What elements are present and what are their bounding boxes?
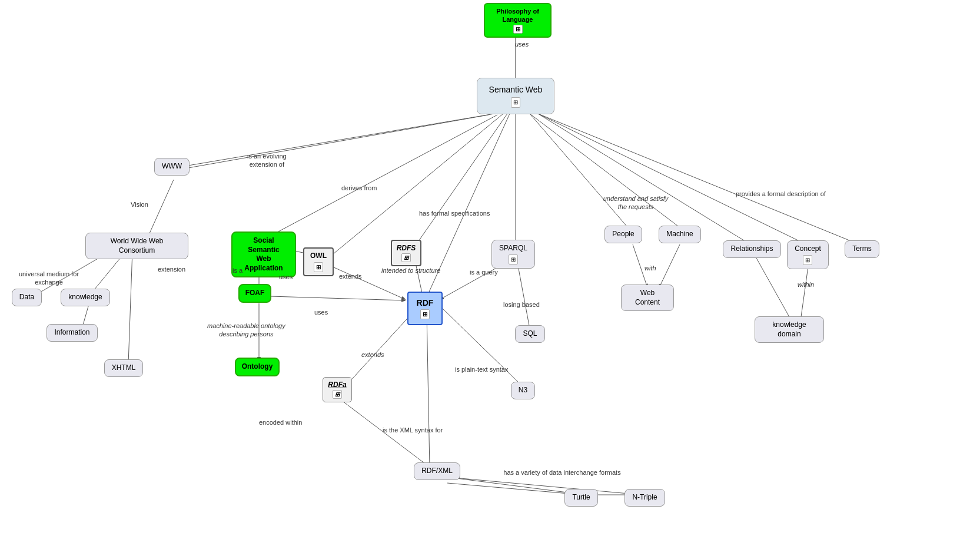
machine-label: Machine	[666, 230, 693, 238]
svg-line-28	[447, 477, 642, 495]
relationships-node[interactable]: Relationships	[721, 240, 783, 258]
extends2-label: extends	[361, 350, 384, 359]
rdfa-node[interactable]: RDFa ⊞	[317, 377, 358, 402]
information-box: Information	[46, 324, 97, 342]
uses1-label: uses	[515, 40, 529, 48]
sparql-box: SPARQL ⊞	[491, 240, 535, 269]
xhtml-box: XHTML	[104, 359, 144, 377]
svg-line-32	[659, 244, 680, 287]
extension-label: extension	[158, 265, 185, 273]
rdf-node[interactable]: RDF ⊞	[396, 292, 454, 325]
sql-label: SQL	[523, 329, 537, 338]
svg-line-13	[331, 266, 405, 299]
ntriple-node[interactable]: N-Triple	[623, 489, 667, 507]
turtle-label: Turtle	[572, 493, 590, 501]
philosophy-icon: ⊞	[513, 25, 523, 34]
semantic-icon: ⊞	[511, 97, 520, 108]
rdf-label: RDF	[417, 298, 434, 307]
extends1-label: extends	[339, 272, 362, 280]
owl-icon: ⊞	[314, 262, 323, 272]
svg-line-31	[633, 244, 647, 287]
people-box: People	[604, 226, 642, 243]
rdfxml-label: RDF/XML	[421, 467, 453, 475]
data-box: Data	[12, 289, 42, 306]
sql-node[interactable]: SQL	[514, 325, 546, 343]
rdf-box: RDF ⊞	[407, 292, 443, 325]
philosophy-of-language-node[interactable]: Philosophy of Language ⊞	[484, 3, 552, 38]
intended-to-structure-label: intended to structure	[381, 266, 440, 275]
vision-label: Vision	[131, 200, 148, 209]
uses3-label: uses	[314, 308, 328, 316]
knowledge-domain-label: knowledge domain	[772, 320, 806, 338]
information-label: Information	[54, 328, 89, 336]
rdfa-label: RDFa	[328, 381, 346, 389]
svg-line-30	[530, 114, 683, 230]
svg-line-23	[427, 313, 430, 467]
encoded-within-label: encoded within	[259, 418, 302, 426]
rdfa-icon: ⊞	[333, 390, 342, 399]
owl-node[interactable]: OWL ⊞	[301, 247, 335, 276]
is-plain-text-label: is plain-text syntax	[455, 365, 508, 373]
web-content-node[interactable]: Web Content	[621, 285, 674, 311]
sparql-node[interactable]: SPARQL ⊞	[490, 240, 537, 269]
turtle-node[interactable]: Turtle	[562, 489, 600, 507]
social-semantic-web-app-node[interactable]: Social SemanticWeb Application	[231, 232, 296, 277]
concept-node[interactable]: Concept ⊞	[786, 240, 830, 269]
rdf-icon: ⊞	[420, 309, 430, 319]
within-label: within	[798, 280, 814, 289]
knowledge-domain-box: knowledge domain	[755, 316, 824, 343]
rdfs-node[interactable]: RDFS ⊞	[388, 240, 424, 266]
svg-line-2	[147, 180, 174, 239]
knowledge-domain-node[interactable]: knowledge domain	[755, 316, 824, 343]
wwwc-box: World Wide Web Consortium	[85, 233, 188, 259]
concept-label: Concept	[795, 244, 821, 253]
understand-requests-label: understand and satisfythe requests	[597, 194, 674, 211]
people-node[interactable]: People	[603, 226, 643, 243]
losing-based-label: losing based	[503, 300, 540, 309]
provides-description-label: provides a formal description of	[736, 190, 826, 198]
xhtml-label: XHTML	[112, 363, 136, 372]
svg-line-1	[188, 115, 489, 168]
terms-node[interactable]: Terms	[843, 240, 881, 258]
rdfxml-node[interactable]: RDF/XML	[412, 462, 462, 480]
xhtml-node[interactable]: XHTML	[103, 359, 144, 377]
is-an-evolving-extension-label: is an evolvingextension of	[247, 152, 287, 169]
machine-box: Machine	[659, 226, 700, 243]
foaf-label: FOAF	[245, 289, 265, 297]
svg-line-16	[427, 114, 510, 296]
www-node[interactable]: WWW	[154, 158, 190, 176]
svg-line-10	[271, 296, 405, 300]
web-content-label: Web Content	[635, 289, 660, 306]
owl-box: OWL ⊞	[303, 247, 334, 276]
www-label: WWW	[162, 162, 182, 170]
svg-line-33	[538, 114, 750, 244]
data-label: Data	[19, 293, 34, 301]
relationships-box: Relationships	[723, 240, 780, 258]
svg-line-29	[530, 114, 630, 230]
information-node[interactable]: Information	[47, 324, 97, 342]
n3-node[interactable]: N3	[510, 382, 536, 399]
philosophy-of-language-box: Philosophy of Language ⊞	[484, 3, 552, 38]
relationships-label: Relationships	[730, 244, 773, 253]
concept-box: Concept ⊞	[787, 240, 829, 269]
knowledge-node[interactable]: knowledge	[62, 289, 109, 306]
owl-label: OWL	[310, 252, 327, 260]
svg-line-21	[340, 399, 430, 467]
ontology-node[interactable]: Ontology	[234, 358, 280, 376]
world-wide-web-consortium-node[interactable]: World Wide Web Consortium	[85, 233, 188, 259]
foaf-node[interactable]: FOAF	[234, 284, 275, 303]
semantic-web-node[interactable]: Semantic Web ⊞	[469, 78, 563, 114]
rdfs-label: RDFS	[397, 244, 416, 252]
has-variety-label: has a variety of data interchange format…	[491, 468, 633, 477]
machine-node[interactable]: Machine	[659, 226, 700, 243]
sparql-label: SPARQL	[499, 244, 527, 252]
has-formal-specs-label: has formal specifications	[419, 209, 490, 217]
universal-medium-label: universal medium for exchange	[5, 270, 93, 287]
svg-line-12	[333, 114, 503, 254]
svg-line-19	[517, 259, 530, 329]
knowledge-box: knowledge	[61, 289, 109, 306]
turtle-box: Turtle	[564, 489, 597, 507]
is-a-query-label: is a query	[470, 268, 498, 276]
data-node[interactable]: Data	[11, 289, 43, 306]
philosophy-of-language-label: Philosophy of Language	[496, 8, 539, 23]
